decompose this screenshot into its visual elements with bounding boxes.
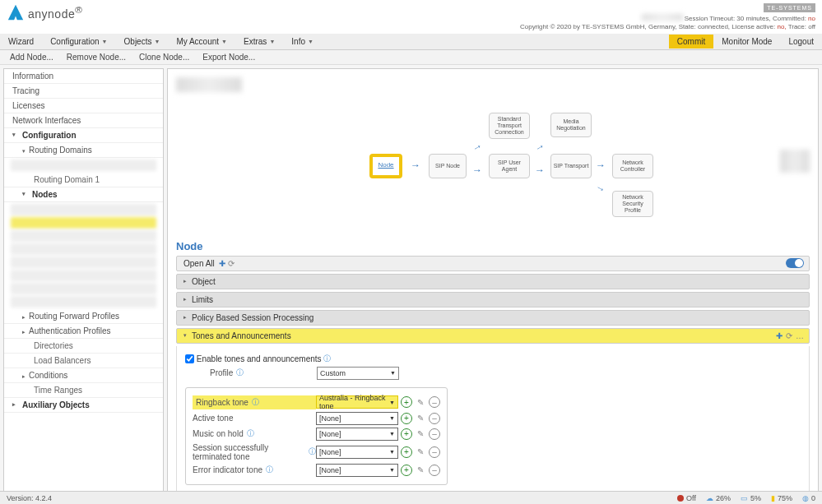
- ringback-tone-select[interactable]: Australia - Ringback tone▼: [316, 395, 398, 409]
- commit-button[interactable]: Commit: [669, 35, 713, 49]
- help-icon[interactable]: ⓘ: [247, 428, 254, 439]
- more-icon[interactable]: …: [796, 331, 804, 340]
- footer: Version: 4.2.4 Off ☁26% ▭5% ▮75% ◍0: [0, 491, 822, 504]
- chevron-down-icon: ▼: [390, 370, 396, 376]
- blurred-item: [11, 160, 156, 171]
- diagram-node[interactable]: Node: [369, 154, 402, 178]
- help-icon[interactable]: ⓘ: [252, 397, 259, 408]
- diagram-sip-node[interactable]: SIP Node: [429, 154, 467, 178]
- help-icon[interactable]: ⓘ: [309, 446, 316, 457]
- delete-icon[interactable]: –: [429, 465, 440, 476]
- edit-icon[interactable]: ✎: [415, 465, 426, 476]
- enable-tones-checkbox[interactable]: [185, 354, 194, 363]
- session-terminated-tone-select[interactable]: [None]▼: [316, 446, 398, 459]
- brand-logo-icon: [7, 3, 25, 21]
- sidebar-conditions[interactable]: ▸Conditions: [4, 368, 163, 383]
- add-icon[interactable]: ✚: [219, 259, 225, 268]
- export-node-button[interactable]: Export Node...: [196, 51, 262, 63]
- chevron-down-icon: ▼: [221, 39, 227, 44]
- menu-extras[interactable]: Extras▼: [235, 35, 283, 49]
- chevron-right-icon: ▸: [22, 329, 29, 335]
- menu-logout[interactable]: Logout: [780, 35, 822, 49]
- clone-node-button[interactable]: Clone Node...: [132, 51, 196, 63]
- sidebar: Information Tracing Licenses Network Int…: [3, 68, 164, 492]
- menu-configuration[interactable]: Configuration▼: [42, 35, 115, 49]
- add-icon[interactable]: +: [401, 428, 412, 440]
- diagram-sip-user-agent[interactable]: SIP User Agent: [489, 154, 530, 178]
- panel-limits[interactable]: ▸Limits: [176, 292, 810, 307]
- sidebar-tracing[interactable]: Tracing: [4, 84, 163, 99]
- diagram-sip-transport[interactable]: SIP Transport: [550, 154, 592, 178]
- sidebar-directories[interactable]: Directories: [4, 339, 163, 354]
- chevron-down-icon: ▾: [22, 191, 29, 197]
- sidebar-routing-domains[interactable]: ▾Routing Domains: [4, 143, 163, 158]
- help-icon[interactable]: ⓘ: [236, 368, 244, 378]
- toggle-switch[interactable]: [786, 258, 804, 268]
- add-icon[interactable]: +: [401, 396, 412, 408]
- blurred-item: [11, 270, 156, 281]
- edit-icon[interactable]: ✎: [415, 446, 426, 458]
- active-tone-select[interactable]: [None]▼: [316, 412, 398, 425]
- add-icon[interactable]: +: [401, 413, 412, 424]
- edit-icon[interactable]: ✎: [415, 413, 426, 424]
- refresh-icon[interactable]: ⟳: [786, 331, 792, 340]
- chevron-down-icon: ▼: [154, 39, 160, 44]
- arrow-icon: →: [593, 181, 607, 196]
- panel-tones[interactable]: ▾Tones and Announcements ✚ ⟳ …: [176, 328, 810, 344]
- error-indicator-tone-select[interactable]: [None]▼: [316, 464, 398, 477]
- panel-object[interactable]: ▸Object: [176, 274, 810, 289]
- arrow-icon: →: [535, 164, 545, 176]
- sidebar-authentication-profiles[interactable]: ▸Authentication Profiles: [4, 324, 163, 339]
- add-icon[interactable]: +: [401, 465, 412, 476]
- chevron-right-icon: ▸: [183, 296, 187, 303]
- add-icon[interactable]: +: [401, 446, 412, 458]
- help-icon[interactable]: ⓘ: [266, 465, 273, 475]
- diagram-media-negotiation[interactable]: Media Negotiation: [550, 113, 592, 137]
- delete-icon[interactable]: –: [429, 428, 440, 440]
- diagram-standard-transport[interactable]: Standard Transport Connection: [489, 113, 530, 139]
- ringback-tone-label: Ringback tone ⓘ: [193, 395, 316, 409]
- blurred-item: [11, 243, 156, 255]
- sidebar-network-interfaces[interactable]: Network Interfaces: [4, 113, 163, 128]
- status-battery: ▮75%: [771, 494, 792, 502]
- delete-icon[interactable]: –: [429, 396, 440, 408]
- panel-policy[interactable]: ▸Policy Based Session Processing: [176, 310, 810, 326]
- header: anynode® TE-SYSTEMS Session Timeout: 30 …: [0, 0, 822, 34]
- version-label: Version: 4.2.4: [7, 494, 52, 502]
- profile-select[interactable]: Custom▼: [317, 367, 399, 380]
- sidebar-configuration[interactable]: ▾Configuration: [4, 128, 163, 143]
- menu-objects[interactable]: Objects▼: [116, 35, 169, 49]
- diagram-network-controller[interactable]: Network Controller: [612, 154, 653, 178]
- music-on-hold-select[interactable]: [None]▼: [316, 428, 398, 441]
- blurred-item: [11, 257, 156, 268]
- delete-icon[interactable]: –: [429, 446, 440, 458]
- menu-wizard[interactable]: Wizard: [0, 35, 42, 49]
- menubar: Wizard Configuration▼ Objects▼ My Accoun…: [0, 34, 822, 50]
- disk-icon: ▭: [741, 494, 748, 502]
- tone-grid: Ringback tone ⓘ Australia - Ringback ton…: [185, 387, 448, 485]
- add-node-button[interactable]: Add Node...: [3, 51, 60, 63]
- diagram-network-security-profile[interactable]: Network Security Profile: [612, 191, 653, 217]
- refresh-icon[interactable]: ⟳: [228, 259, 235, 268]
- menu-info[interactable]: Info▼: [283, 35, 322, 49]
- header-status: TE-SYSTEMS Session Timeout: 30 minutes, …: [520, 3, 815, 32]
- sidebar-time-ranges[interactable]: Time Ranges: [4, 383, 163, 398]
- sidebar-auxiliary-objects[interactable]: ▸Auxiliary Objects: [4, 398, 163, 413]
- help-icon[interactable]: ⓘ: [322, 354, 332, 364]
- sidebar-information[interactable]: Information: [4, 69, 163, 84]
- edit-icon[interactable]: ✎: [415, 428, 426, 440]
- remove-node-button[interactable]: Remove Node...: [60, 51, 132, 63]
- sidebar-routing-domain-1[interactable]: Routing Domain 1: [4, 173, 163, 187]
- edit-icon[interactable]: ✎: [415, 396, 426, 408]
- sidebar-routing-forward-profiles[interactable]: ▸Routing Forward Profiles: [4, 309, 163, 324]
- sidebar-nodes[interactable]: ▾Nodes: [4, 187, 163, 202]
- chevron-down-icon: ▼: [308, 39, 313, 44]
- add-icon[interactable]: ✚: [776, 331, 783, 340]
- open-all-link[interactable]: Open All: [183, 259, 215, 268]
- menu-monitor-mode[interactable]: Monitor Mode: [713, 35, 780, 49]
- sidebar-load-balancers[interactable]: Load Balancers: [4, 354, 163, 368]
- sidebar-licenses[interactable]: Licenses: [4, 99, 163, 113]
- delete-icon[interactable]: –: [429, 413, 440, 424]
- menu-my-account[interactable]: My Account▼: [168, 35, 235, 49]
- chevron-down-icon: ▼: [102, 39, 108, 44]
